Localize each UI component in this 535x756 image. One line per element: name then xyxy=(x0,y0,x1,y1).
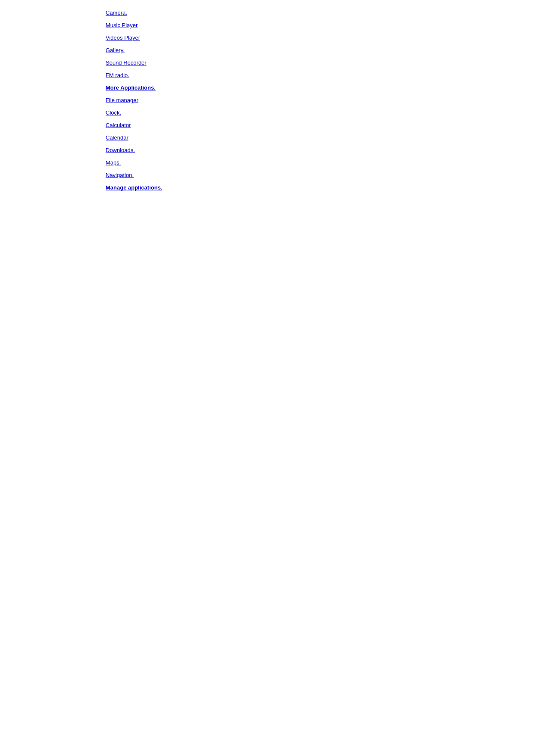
menu-item-downloads[interactable]: Downloads. xyxy=(106,144,535,156)
menu-item-more-applications[interactable]: More Applications. xyxy=(106,81,535,94)
menu-item-calculator[interactable]: Calculator xyxy=(106,119,535,131)
menu-item-manage-applications[interactable]: Manage applications. xyxy=(106,181,535,194)
menu-item-clock[interactable]: Clock. xyxy=(106,106,535,119)
menu-item-gallery[interactable]: Gallery. xyxy=(106,44,535,56)
menu-item-fm-radio[interactable]: FM radio. xyxy=(106,69,535,81)
menu-item-maps[interactable]: Maps. xyxy=(106,156,535,169)
menu-item-camera[interactable]: Camera. xyxy=(106,6,535,19)
menu-item-file-manager[interactable]: File manager xyxy=(106,94,535,106)
menu-item-sound-recorder[interactable]: Sound Recorder xyxy=(106,56,535,69)
menu-item-calendar[interactable]: Calendar xyxy=(106,131,535,144)
menu-list: Camera.Music PlayerVideos PlayerGallery.… xyxy=(0,0,535,194)
menu-item-videos-player[interactable]: Videos Player xyxy=(106,31,535,44)
menu-item-music-player[interactable]: Music Player xyxy=(106,19,535,31)
menu-item-navigation[interactable]: Navigation. xyxy=(106,169,535,181)
